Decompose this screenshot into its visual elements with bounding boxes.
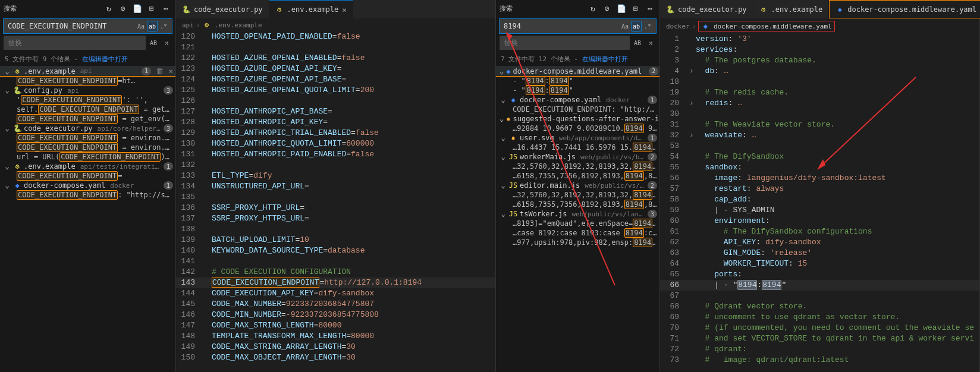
result-match[interactable]: …case 8192:case 8193:case 8194:case 8195… xyxy=(496,228,659,238)
fold-icon[interactable] xyxy=(687,141,696,152)
fold-icon[interactable] xyxy=(687,280,696,291)
editor-line[interactable]: 120HOSTED_OPENAI_PAID_ENABLED=false xyxy=(176,31,495,42)
fold-icon[interactable] xyxy=(687,237,696,248)
collapse-icon[interactable]: ⊟ xyxy=(146,2,158,14)
editor-line[interactable]: 19 # The redis cache. xyxy=(660,87,979,98)
chevron-down-icon[interactable]: ⌄ xyxy=(500,181,507,190)
fold-icon[interactable] xyxy=(203,203,212,213)
replace-all-icon[interactable]: ⤭ xyxy=(161,37,172,48)
editor-line[interactable]: 128HOSTED_ANTHROPIC_API_KEY= xyxy=(176,117,495,128)
case-sensitive-icon[interactable]: Aa xyxy=(136,21,146,31)
result-match[interactable]: …32,5760,32,8192,32,8193,32,8194,32,8195… xyxy=(496,190,659,200)
whole-word-icon[interactable]: ab xyxy=(631,21,642,31)
fold-icon[interactable] xyxy=(687,226,696,237)
fold-icon[interactable] xyxy=(203,149,212,160)
fold-icon[interactable] xyxy=(203,278,212,288)
chevron-down-icon[interactable]: ⌄ xyxy=(4,162,11,171)
expand-icon[interactable]: ⋯ xyxy=(160,2,172,14)
tab-code_executor-py[interactable]: 🐍 code_executor.py xyxy=(660,0,753,18)
editor-line[interactable]: 124HOSTED_AZURE_OPENAI_API_BASE= xyxy=(176,74,495,85)
fold-icon[interactable] xyxy=(687,344,696,355)
editor-line[interactable]: 69 # uncomment to use qdrant as vector s… xyxy=(660,312,979,323)
chevron-down-icon[interactable]: ⌄ xyxy=(500,153,507,161)
breadcrumb[interactable]: api›⚙ .env.example xyxy=(176,19,495,31)
editor-line[interactable]: 70 # (if uncommented, you need to commen… xyxy=(660,323,979,333)
fold-icon[interactable] xyxy=(687,119,696,130)
editor-line[interactable]: 62 API_KEY: dify-sandbox xyxy=(660,237,979,248)
editor-line[interactable]: 138 xyxy=(176,224,495,235)
fold-icon[interactable] xyxy=(203,31,212,42)
fold-icon[interactable] xyxy=(687,291,696,301)
result-file[interactable]: ⌄ ◆ docker-compose.middleware.yaml do… 2… xyxy=(496,66,659,76)
fold-icon[interactable] xyxy=(203,171,212,181)
fold-icon[interactable] xyxy=(203,310,212,320)
open-in-editor-link[interactable]: 在编辑器中打开 xyxy=(82,55,128,63)
refresh-icon[interactable]: ↻ xyxy=(103,2,115,14)
editor-line[interactable]: 144CODE_EXECUTION_API_KEY=dify-sandbox xyxy=(176,288,495,299)
editor-line[interactable]: 1version: '3' xyxy=(660,34,979,45)
result-file[interactable]: ⌄ ◆ docker-compose.yaml docker 1 xyxy=(0,181,175,190)
refresh-icon[interactable]: ↻ xyxy=(587,2,599,14)
editor-line[interactable]: 147CODE_MAX_STRING_LENGTH=80000 xyxy=(176,320,495,331)
result-match[interactable]: CODE_EXECUTION_ENDPOINT: "http://sandb… xyxy=(496,105,659,114)
regex-icon[interactable]: .* xyxy=(158,21,169,31)
search-input[interactable] xyxy=(4,22,136,30)
result-file[interactable]: ⌄ ◆ docker-compose.yaml docker 1 xyxy=(496,95,659,105)
editor-line[interactable]: 54 # The DifySandbox xyxy=(660,152,979,162)
chevron-down-icon[interactable]: ⌄ xyxy=(4,124,11,133)
result-file[interactable]: ⌄ JS editor.main.js web/public/vs/editor… xyxy=(496,181,659,190)
result-match[interactable]: …6158,7355,7356,8192,8193,8194,8195,819… xyxy=(496,171,659,181)
fold-icon[interactable] xyxy=(687,269,696,280)
new-editor-icon[interactable]: 📄 xyxy=(131,2,143,14)
result-match[interactable]: CODE_EXECUTION_ENDPOINT = get_env('… xyxy=(0,114,175,124)
tab--env-example[interactable]: ⚙ .env.example× xyxy=(269,0,354,18)
result-match[interactable]: …6158,7355,7356,8192,8193,8194,8195,819… xyxy=(496,200,659,209)
fold-icon[interactable] xyxy=(687,77,696,87)
result-match[interactable]: CODE_EXECUTION_ENDPOINT = environ.get… xyxy=(0,133,175,143)
chevron-down-icon[interactable]: ⌄ xyxy=(500,67,504,75)
clear-icon[interactable]: ⊘ xyxy=(117,2,129,14)
dismiss-icon[interactable]: 🗑 xyxy=(156,67,164,75)
result-file[interactable]: ⌄ ⚙ .env.example api/tests/integration_t… xyxy=(0,162,175,171)
regex-icon[interactable]: .* xyxy=(642,21,653,31)
editor-line[interactable]: 2services: xyxy=(660,45,979,55)
chevron-down-icon[interactable]: ⌄ xyxy=(4,181,11,190)
editor-body[interactable]: 1version: '3'2services:3 # The postgres … xyxy=(660,34,979,372)
breadcrumb[interactable]: docker›◆ docker-compose.middleware.yaml xyxy=(660,19,979,34)
fold-icon[interactable]: › xyxy=(687,130,696,141)
preserve-case-icon[interactable]: AB xyxy=(632,37,643,48)
result-match[interactable]: - "8194:8194" xyxy=(496,86,659,95)
fold-icon[interactable] xyxy=(687,109,696,119)
editor-line[interactable]: 149CODE_MAX_STRING_ARRAY_LENGTH=30 xyxy=(176,342,495,352)
tab-docker-compose-middleware-yaml[interactable]: ◆ docker-compose.middleware.yaml× xyxy=(829,0,980,18)
fold-icon[interactable] xyxy=(203,245,212,256)
result-file[interactable]: ⌄ 🐍 code_executor.py api/core/helper/cod… xyxy=(0,124,175,133)
fold-icon[interactable] xyxy=(203,213,212,224)
chevron-down-icon[interactable]: ⌄ xyxy=(4,86,11,94)
editor-line[interactable]: 72 # qdrant: xyxy=(660,344,979,355)
chevron-down-icon[interactable]: ⌄ xyxy=(500,96,507,104)
expand-icon[interactable]: ⋯ xyxy=(644,2,656,14)
result-match[interactable]: …92884 10.9607 9.00289C10.8194 9.15043 … xyxy=(496,124,659,133)
result-match[interactable]: CODE_EXECUTION_ENDPOINT = environ.get(… xyxy=(0,143,175,152)
editor-line[interactable]: 140KEYWORD_DATA_SOURCE_TYPE=database xyxy=(176,245,495,256)
result-match[interactable]: 'CODE_EXECUTION_ENDPOINT': '', xyxy=(0,95,175,105)
editor-line[interactable]: 31 # The Weaviate vector store. xyxy=(660,119,979,130)
fold-icon[interactable] xyxy=(203,53,212,64)
editor-line[interactable]: 127HOSTED_ANTHROPIC_API_BASE= xyxy=(176,106,495,117)
fold-icon[interactable] xyxy=(687,55,696,66)
result-match[interactable]: …16.4437 15.7441 16.5976 15.8194 16.7533… xyxy=(496,143,659,152)
result-file[interactable]: ⌄ ✸ user.svg web/app/components/datasets… xyxy=(496,133,659,143)
editor-line[interactable]: 123HOSTED_AZURE_OPENAI_API_KEY= xyxy=(176,64,495,74)
fold-icon[interactable] xyxy=(203,192,212,203)
editor-line[interactable]: 141 xyxy=(176,256,495,267)
editor-line[interactable]: 67 xyxy=(660,291,979,301)
result-match[interactable]: url = URL(CODE_EXECUTION_ENDPOINT) / 'v… xyxy=(0,152,175,162)
editor-line[interactable]: 53 xyxy=(660,141,979,152)
fold-icon[interactable] xyxy=(203,288,212,299)
result-file[interactable]: ⌄ JS workerMain.js web/public/vs/base/wo… xyxy=(496,152,659,162)
editor-line[interactable]: 55 sandbox: xyxy=(660,162,979,173)
chevron-down-icon[interactable]: ⌄ xyxy=(4,67,11,75)
editor-line[interactable]: 133ETL_TYPE=dify xyxy=(176,171,495,181)
editor-line[interactable]: 130HOSTED_ANTHROPIC_QUOTA_LIMIT=600000 xyxy=(176,138,495,149)
